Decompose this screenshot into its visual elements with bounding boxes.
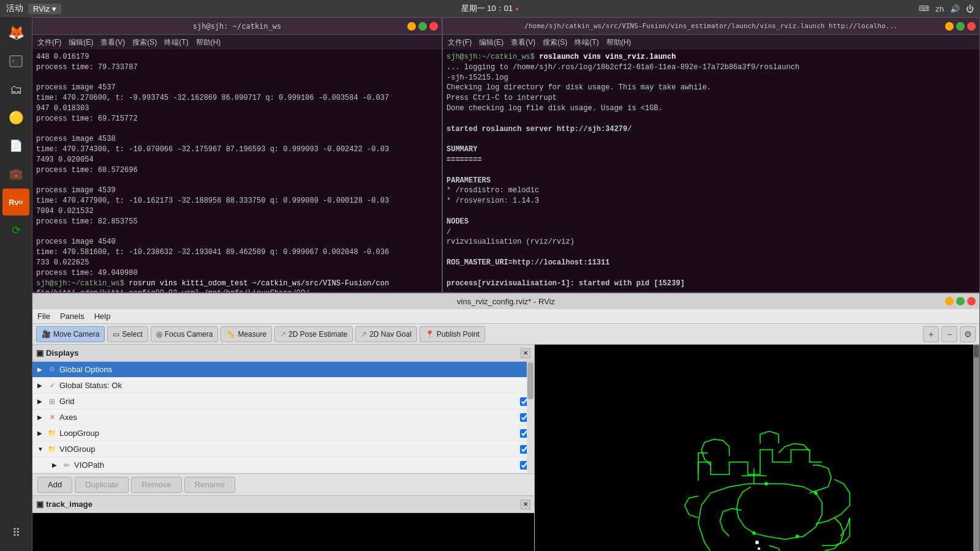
loopgroup-label: LoopGroup xyxy=(59,429,99,438)
rviz-area: vins_rviz_config.rviz* - RViz File Panel… xyxy=(32,293,980,551)
menu-terminal-left[interactable]: 终端(T) xyxy=(164,37,188,48)
duplicate-button[interactable]: Duplicate xyxy=(75,477,129,493)
power-icon[interactable]: ⏻ xyxy=(966,4,974,13)
rename-button[interactable]: Rename xyxy=(184,477,235,493)
terminal-left-line7: process image 4538 xyxy=(36,134,438,144)
terminal-left-close[interactable] xyxy=(429,22,438,31)
select-icon: ▭ xyxy=(113,330,119,339)
rviz-close[interactable] xyxy=(967,297,976,305)
sidebar-item-doc[interactable]: 📄 xyxy=(2,132,29,159)
rviz-menu-panels[interactable]: Panels xyxy=(60,312,85,321)
displays-list: ▶ ⚙ Global Options ▶ ✓ Global Status: Ok xyxy=(32,362,534,473)
terminal-right-close[interactable] xyxy=(967,22,976,31)
menu-file-left[interactable]: 文件(F) xyxy=(37,37,61,48)
sidebar-item-rviz[interactable]: Rviz xyxy=(2,189,29,216)
menu-view-right[interactable]: 查看(V) xyxy=(511,37,535,48)
zh-label[interactable]: zh xyxy=(935,4,944,13)
pose-estimate-button[interactable]: ↗ 2D Pose Estimate xyxy=(274,326,353,342)
terminal-left-line10: process time: 68.572696 xyxy=(36,165,438,176)
menu-edit-left[interactable]: 编辑(E) xyxy=(69,37,93,48)
menu-search-left[interactable]: 搜索(S) xyxy=(132,37,157,48)
tr-line2: -sjh-15215.log xyxy=(447,73,976,83)
displays-panel-icon: ▣ xyxy=(36,348,43,358)
track-panel-close[interactable]: ✕ xyxy=(521,500,530,509)
menu-terminal-right[interactable]: 终端(T) xyxy=(575,37,598,48)
terminal-right-body[interactable]: sjh@sjh:~/catkin_ws$ roslaunch vins vins… xyxy=(443,50,979,292)
terminal-left-prompt: sjh@sjh:~/catkin_ws$ xyxy=(36,279,124,288)
rviz-right-scrollbar[interactable] xyxy=(973,345,979,551)
terminal-right-maximize[interactable] xyxy=(956,22,965,31)
displays-scrollbar[interactable] xyxy=(527,362,534,473)
terminal-left-blank2 xyxy=(36,124,438,135)
sidebar-item-update[interactable]: ⟳ xyxy=(2,217,29,244)
rviz-menu-help[interactable]: Help xyxy=(94,312,111,321)
terminal-left-line13: 7094 0.021532 xyxy=(36,206,438,217)
tr-line11: * /rosversion: 1.14.3 xyxy=(447,196,976,206)
terminal-left-line4: time: 470.270600, t: -9.993745 -32.16286… xyxy=(36,93,438,103)
measure-icon: 📏 xyxy=(226,330,235,339)
terminal-right-minimize[interactable] xyxy=(945,22,954,31)
display-item-global-options[interactable]: ▶ ⚙ Global Options xyxy=(32,362,534,378)
sidebar-item-firefox[interactable]: 🦊 xyxy=(2,20,29,47)
tr-line15: ROS_MASTER_URI=http://localhost:11311 xyxy=(447,258,976,268)
measure-button[interactable]: 📏 Measure xyxy=(221,326,272,342)
tr-line3: Checking log directory for disk usage. T… xyxy=(447,83,976,93)
terminal-left-line3: process image 4537 xyxy=(36,83,438,93)
axes-icon: ✕ xyxy=(47,413,57,422)
terminal-left-line9: 7493 0.020054 xyxy=(36,155,438,165)
rviz-maximize[interactable] xyxy=(956,297,965,305)
sidebar-item-terminal[interactable]: >_ xyxy=(2,48,29,75)
sidebar-item-yellow[interactable]: 🟡 xyxy=(2,104,29,131)
config-button[interactable]: ⚙ xyxy=(960,326,976,342)
sidebar-item-briefcase[interactable]: 💼 xyxy=(2,160,29,187)
menu-edit-right[interactable]: 编辑(E) xyxy=(479,37,503,48)
sidebar-item-apps[interactable]: ⠿ xyxy=(2,519,29,546)
terminal-left-minimize[interactable] xyxy=(407,22,416,31)
move-camera-button[interactable]: 🎥 Move Camera xyxy=(36,326,105,342)
terminal-left-maximize[interactable] xyxy=(418,22,427,31)
menu-view-left[interactable]: 查看(V) xyxy=(100,37,125,48)
display-item-global-status[interactable]: ▶ ✓ Global Status: Ok xyxy=(32,378,534,394)
displays-scrollbar-thumb[interactable] xyxy=(527,362,533,399)
track-panel-header: ▣ track_image ✕ xyxy=(32,496,534,513)
displays-panel-close[interactable]: ✕ xyxy=(521,348,530,358)
nav-goal-button[interactable]: ↗ 2D Nav Goal xyxy=(355,326,417,342)
publish-point-button[interactable]: 📍 Publish Point xyxy=(420,326,485,342)
display-item-axes[interactable]: ▶ ✕ Axes xyxy=(32,410,534,425)
expand-arrow-axes: ▶ xyxy=(37,414,45,421)
menu-file-right[interactable]: 文件(F) xyxy=(448,37,472,48)
keyboard-icon[interactable]: ⌨ xyxy=(919,4,929,13)
select-button[interactable]: ▭ Select xyxy=(107,326,148,342)
tr-line5: Done checking log file disk usage. Usage… xyxy=(447,103,976,114)
focus-camera-button[interactable]: ◎ Focus Camera xyxy=(151,326,219,342)
display-item-grid[interactable]: ▶ ⊞ Grid xyxy=(32,394,534,410)
display-item-loopgroup[interactable]: ▶ 📁 LoopGroup xyxy=(32,425,534,441)
remove-display-button[interactable]: − xyxy=(941,326,957,342)
display-item-viogroup[interactable]: ▼ 📁 VIOGroup xyxy=(32,441,534,457)
remove-button[interactable]: Remove xyxy=(131,477,181,493)
rviz-body: ▣ Displays ✕ ▶ ⚙ Global Options xyxy=(32,345,979,551)
rviz-minimize[interactable] xyxy=(945,297,954,305)
sidebar-item-files[interactable]: 🗂 xyxy=(2,76,29,103)
rviz-titlebar: vins_rviz_config.rviz* - RViz xyxy=(32,293,979,309)
activities-label[interactable]: 活动 xyxy=(6,3,23,14)
svg-point-6 xyxy=(815,492,817,494)
rviz-app-label[interactable]: RViz ▾ xyxy=(28,4,61,14)
tr-blank6 xyxy=(447,268,976,279)
terminal-left-blank3 xyxy=(36,176,438,186)
terminal-left-cmd-cont: fig/kitti_odom/kitti_config00-02.yaml /m… xyxy=(36,288,438,292)
svg-point-9 xyxy=(758,547,760,550)
menu-help-left[interactable]: 帮助(H) xyxy=(196,37,221,48)
volume-icon[interactable]: 🔊 xyxy=(950,4,960,13)
terminal-left-body[interactable]: 448 0.016179 process time: 79.733787 pro… xyxy=(32,50,442,292)
global-options-label: Global Options xyxy=(59,365,112,374)
terminal-left-line8: time: 470.374300, t: -10.070066 -32.1759… xyxy=(36,144,438,155)
rviz-menu-file[interactable]: File xyxy=(37,312,50,321)
add-display-button[interactable]: + xyxy=(923,326,939,342)
menu-help-right[interactable]: 帮助(H) xyxy=(606,37,631,48)
display-item-viopath[interactable]: ▶ ✏ VIOPath xyxy=(32,457,534,473)
rviz-viewport[interactable] xyxy=(535,345,979,551)
add-button[interactable]: Add xyxy=(37,477,72,493)
terminal-left-line2: process time: 79.733787 xyxy=(36,62,438,73)
menu-search-right[interactable]: 搜索(S) xyxy=(543,37,567,48)
